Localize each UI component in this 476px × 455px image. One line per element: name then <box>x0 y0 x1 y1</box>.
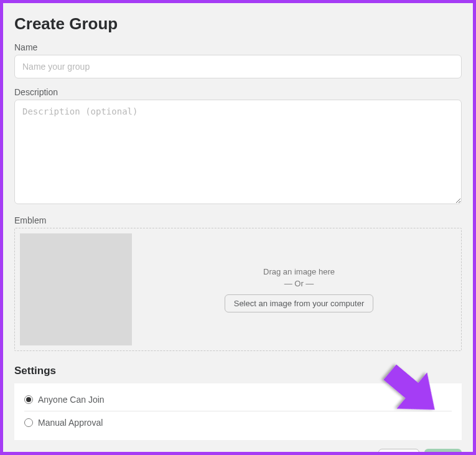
name-input[interactable] <box>14 55 462 78</box>
page-title: Create Group <box>14 14 462 34</box>
select-image-button[interactable]: Select an image from your computer <box>225 294 374 312</box>
emblem-drop-area[interactable]: Drag an image here — Or — Select an imag… <box>142 233 456 345</box>
radio-label: Anyone Can Join <box>38 395 105 405</box>
emblem-label: Emblem <box>14 215 462 225</box>
radio-anyone-can-join[interactable]: Anyone Can Join <box>24 391 452 408</box>
radio-icon <box>24 418 33 427</box>
radio-manual-approval[interactable]: Manual Approval <box>24 414 452 431</box>
emblem-preview <box>20 233 132 345</box>
emblem-or-text: — Or — <box>284 279 314 288</box>
cancel-button[interactable]: Cancel <box>378 449 419 455</box>
name-label: Name <box>14 42 462 52</box>
description-label: Description <box>14 87 462 97</box>
emblem-drag-text: Drag an image here <box>263 267 335 276</box>
settings-panel: Anyone Can Join Manual Approval <box>14 383 462 440</box>
radio-label: Manual Approval <box>38 418 103 428</box>
footer-actions: Cancel 100 <box>14 449 462 455</box>
description-textarea[interactable] <box>14 100 462 204</box>
radio-icon <box>24 395 33 404</box>
emblem-dropzone[interactable]: Drag an image here — Or — Select an imag… <box>14 228 462 351</box>
create-cost-button[interactable]: 100 <box>424 449 462 455</box>
settings-divider <box>24 411 452 411</box>
settings-heading: Settings <box>14 365 462 377</box>
